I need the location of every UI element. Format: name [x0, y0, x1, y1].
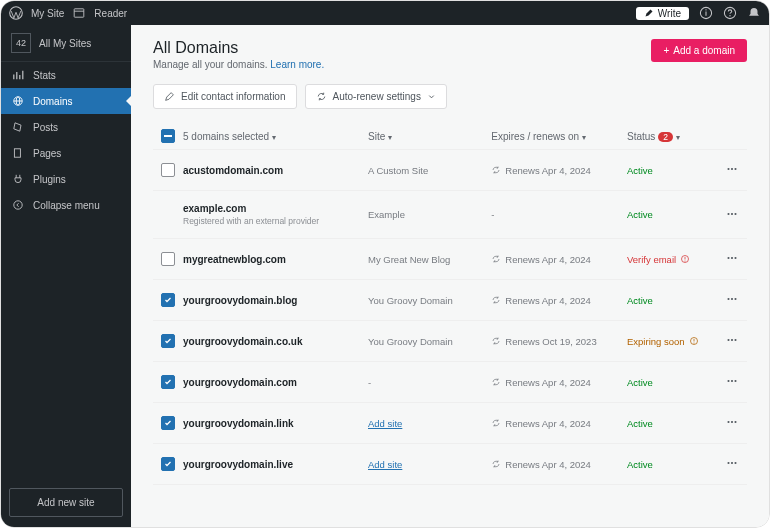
row-checkbox[interactable]: [161, 163, 175, 177]
site-name: You Groovy Domain: [368, 336, 491, 347]
row-checkbox[interactable]: [161, 293, 175, 307]
sidebar-item-label: Pages: [33, 148, 61, 159]
refresh-icon: [491, 459, 501, 469]
status-label: Active: [627, 295, 717, 306]
row-actions-menu[interactable]: [725, 333, 739, 349]
renewal-date: -: [491, 209, 627, 220]
site-name: -: [368, 377, 491, 388]
stats-icon: [11, 68, 25, 82]
chevron-down-icon: ▾: [582, 133, 586, 142]
site-name: My Great New Blog: [368, 254, 491, 265]
all-sites-label: All My Sites: [39, 38, 91, 49]
row-actions-menu[interactable]: [725, 456, 739, 472]
row-actions-menu[interactable]: [725, 374, 739, 390]
col-status-label: Status: [627, 131, 655, 142]
sidebar-item-plugins[interactable]: Plugins: [1, 166, 131, 192]
svg-point-38: [727, 421, 729, 423]
alert-icon: [680, 254, 690, 264]
all-sites-switcher[interactable]: 42 All My Sites: [1, 25, 131, 62]
add-site-link[interactable]: Add site: [368, 418, 402, 429]
domain-name[interactable]: yourgroovydomain.com: [183, 377, 368, 388]
svg-point-39: [731, 421, 733, 423]
sidebar-item-label: Posts: [33, 122, 58, 133]
sidebar-item-label: Collapse menu: [33, 200, 100, 211]
sidebar-item-label: Plugins: [33, 174, 66, 185]
page-title: All Domains: [153, 39, 324, 57]
row-actions-menu[interactable]: [725, 207, 739, 223]
svg-point-24: [731, 257, 733, 259]
svg-point-23: [727, 257, 729, 259]
sidebar-item-domains[interactable]: Domains: [1, 88, 131, 114]
learn-more-link[interactable]: Learn more.: [270, 59, 324, 70]
domain-row: yourgroovydomain.liveAdd siteRenews Apr …: [153, 443, 747, 485]
add-new-site-button[interactable]: Add new site: [9, 488, 123, 517]
svg-point-15: [731, 168, 733, 170]
notifications-icon[interactable]: [747, 6, 761, 20]
row-checkbox[interactable]: [161, 457, 175, 471]
renewal-date: Renews Apr 4, 2024: [491, 254, 627, 265]
row-checkbox[interactable]: [161, 416, 175, 430]
column-status-sort[interactable]: Status 2 ▾: [627, 131, 717, 142]
domain-name[interactable]: mygreatnewblog.com: [183, 254, 368, 265]
row-actions-menu[interactable]: [725, 415, 739, 431]
help-icon[interactable]: [723, 6, 737, 20]
status-label: Active: [627, 418, 717, 429]
row-actions-menu[interactable]: [725, 162, 739, 178]
select-all-checkbox[interactable]: [161, 129, 175, 143]
sidebar-item-stats[interactable]: Stats: [1, 62, 131, 88]
pencil-icon: [164, 91, 175, 102]
domain-name[interactable]: yourgroovydomain.live: [183, 459, 368, 470]
row-actions-menu[interactable]: [725, 251, 739, 267]
autorenew-settings-button[interactable]: Auto-renew settings: [305, 84, 447, 109]
info-icon[interactable]: [699, 6, 713, 20]
domain-name[interactable]: yourgroovydomain.link: [183, 418, 368, 429]
svg-point-22: [685, 261, 686, 262]
subtitle-text: Manage all your domains.: [153, 59, 270, 70]
mysite-link[interactable]: My Site: [31, 8, 64, 19]
selected-count-dropdown[interactable]: 5 domains selected ▾: [183, 131, 368, 142]
refresh-icon: [491, 295, 501, 305]
svg-point-43: [734, 462, 736, 464]
row-checkbox[interactable]: [161, 334, 175, 348]
column-site-sort[interactable]: Site ▾: [368, 131, 491, 142]
status-label: Expiring soon: [627, 336, 717, 347]
domain-name[interactable]: yourgroovydomain.co.uk: [183, 336, 368, 347]
alert-icon: [689, 336, 699, 346]
domain-name[interactable]: yourgroovydomain.blog: [183, 295, 368, 306]
renewal-date: Renews Apr 4, 2024: [491, 418, 627, 429]
svg-point-19: [734, 212, 736, 214]
row-checkbox[interactable]: [161, 375, 175, 389]
write-button[interactable]: Write: [636, 7, 689, 20]
sidebar-item-label: Domains: [33, 96, 72, 107]
sidebar-item-posts[interactable]: Posts: [1, 114, 131, 140]
renewal-date: Renews Oct 19, 2023: [491, 336, 627, 347]
sidebar-item-label: Stats: [33, 70, 56, 81]
add-site-link[interactable]: Add site: [368, 459, 402, 470]
svg-point-42: [731, 462, 733, 464]
row-checkbox[interactable]: [161, 252, 175, 266]
domain-row: yourgroovydomain.com-Renews Apr 4, 2024A…: [153, 361, 747, 402]
domain-name[interactable]: example.com: [183, 203, 368, 214]
reader-link[interactable]: Reader: [94, 8, 127, 19]
status-count-badge: 2: [658, 132, 673, 142]
refresh-icon: [491, 418, 501, 428]
site-name: Example: [368, 209, 491, 220]
sidebar-item-pages[interactable]: Pages: [1, 140, 131, 166]
write-label: Write: [658, 8, 681, 19]
status-label: Active: [627, 165, 717, 176]
svg-point-33: [731, 339, 733, 341]
admin-topbar: My Site Reader Write: [1, 1, 769, 25]
chevron-down-icon: ▾: [272, 133, 276, 142]
collapse-icon: [11, 198, 25, 212]
svg-point-28: [734, 298, 736, 300]
content-area: All Domains Manage all your domains. Lea…: [131, 25, 769, 527]
edit-contact-button[interactable]: Edit contact information: [153, 84, 297, 109]
wordpress-logo-icon[interactable]: [9, 6, 23, 20]
column-expires-sort[interactable]: Expires / renews on ▾: [491, 131, 627, 142]
domain-name[interactable]: acustomdomain.com: [183, 165, 368, 176]
posts-icon: [11, 120, 25, 134]
add-domain-button[interactable]: + Add a domain: [651, 39, 747, 62]
sidebar-item-collapse[interactable]: Collapse menu: [1, 192, 131, 218]
row-actions-menu[interactable]: [725, 292, 739, 308]
svg-point-14: [727, 168, 729, 170]
